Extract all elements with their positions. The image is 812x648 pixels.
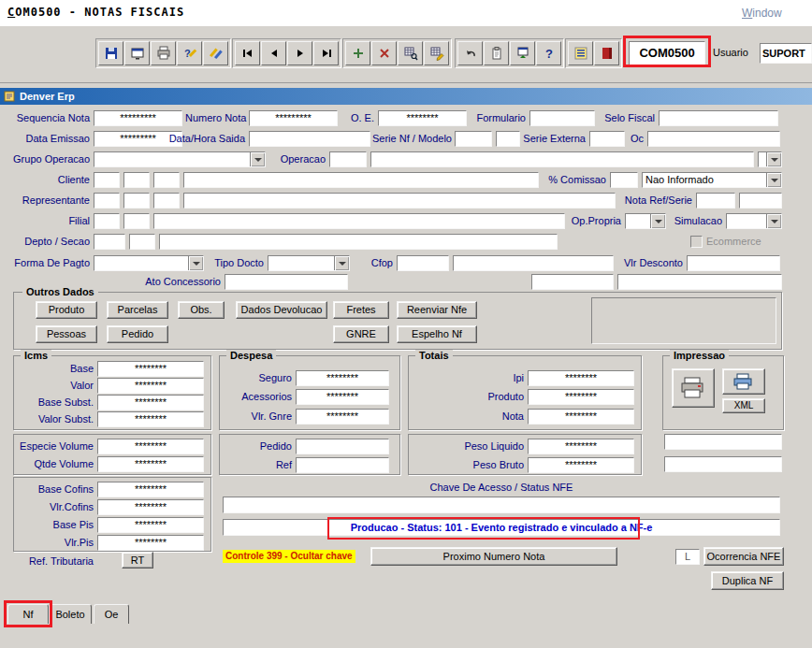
- serie-externa-field[interactable]: [589, 131, 625, 147]
- window-menu[interactable]: Window: [742, 7, 782, 20]
- usuario-field[interactable]: SUPORT: [760, 43, 812, 64]
- aux-field-1[interactable]: [531, 274, 614, 290]
- representante-code2-field[interactable]: [123, 193, 150, 209]
- secao-field[interactable]: [129, 234, 155, 250]
- add-record-button[interactable]: [345, 41, 370, 65]
- xml-label-button[interactable]: XML: [722, 398, 765, 413]
- tab-oe[interactable]: Oe: [94, 604, 129, 624]
- representante-code1-field[interactable]: [94, 193, 120, 209]
- parcelas-button[interactable]: Parcelas: [107, 301, 168, 319]
- impressao-field-2[interactable]: [664, 456, 782, 472]
- operacao-code-field[interactable]: [329, 151, 367, 167]
- chevron-down-icon[interactable]: [766, 173, 781, 187]
- base-pis-field[interactable]: ********: [97, 517, 204, 533]
- menu-button[interactable]: [568, 41, 593, 65]
- icms-valor-field[interactable]: ********: [97, 378, 204, 394]
- nota-ref-field[interactable]: [696, 193, 735, 209]
- icms-base-field[interactable]: ********: [97, 361, 204, 377]
- l-indicator-field[interactable]: L: [675, 549, 700, 565]
- icms-base-subst-field[interactable]: ********: [97, 395, 204, 410]
- total-produto-field[interactable]: ********: [528, 389, 634, 405]
- vlr-desconto-field[interactable]: [687, 255, 780, 271]
- ref-field[interactable]: [296, 457, 389, 473]
- produto-button[interactable]: Produto: [36, 301, 97, 319]
- imprimir-danfe-button[interactable]: [672, 368, 715, 408]
- obs-button[interactable]: Obs.: [178, 301, 225, 319]
- save-button[interactable]: [98, 41, 123, 65]
- modelo-field[interactable]: [496, 131, 520, 147]
- ipi-field[interactable]: ********: [528, 370, 634, 386]
- chevron-down-icon[interactable]: [188, 256, 203, 270]
- numero-nota-field[interactable]: *********: [249, 110, 338, 126]
- chevron-down-icon[interactable]: [334, 256, 349, 270]
- nota-ref-serie-field[interactable]: [739, 193, 782, 209]
- formulario-field[interactable]: [529, 110, 595, 126]
- ato-concessorio-field[interactable]: [225, 274, 348, 290]
- rt-button[interactable]: RT: [122, 552, 153, 569]
- sequencia-nota-field[interactable]: *********: [94, 110, 182, 126]
- seguro-field[interactable]: ********: [296, 370, 389, 386]
- filial-code1-field[interactable]: [94, 213, 120, 229]
- operacao-select[interactable]: [758, 151, 782, 167]
- imprimir-xml-button[interactable]: [722, 368, 765, 395]
- vlr-pis-field[interactable]: ********: [97, 535, 204, 551]
- tab-nf[interactable]: Nf: [7, 604, 49, 624]
- pedido-field[interactable]: [296, 439, 389, 454]
- cfop-code-field[interactable]: [397, 255, 449, 271]
- acessorios-field[interactable]: ********: [296, 389, 389, 405]
- qtde-volume-field[interactable]: ********: [97, 456, 204, 472]
- print-preview-button[interactable]: [124, 41, 150, 65]
- depto-secao-desc-field[interactable]: [159, 234, 558, 250]
- chevron-down-icon[interactable]: [766, 152, 781, 166]
- simulacao-select[interactable]: [726, 213, 782, 229]
- depto-field[interactable]: [94, 234, 125, 250]
- chave-acesso-field[interactable]: [223, 497, 780, 513]
- peso-bruto-field[interactable]: ********: [528, 457, 634, 473]
- open-form-button[interactable]: [510, 41, 535, 65]
- pedido-button[interactable]: Pedido: [107, 325, 168, 343]
- op-propria-select[interactable]: [625, 213, 666, 229]
- nav-last-button[interactable]: [313, 41, 339, 65]
- cliente-code3-field[interactable]: [153, 172, 180, 188]
- proximo-numero-nota-button[interactable]: Proximo Numero Nota: [370, 547, 617, 566]
- comissao-tipo-select[interactable]: Nao Informado: [642, 172, 782, 188]
- nav-prev-button[interactable]: [261, 41, 286, 65]
- espelho-nf-button[interactable]: Espelho Nf: [397, 325, 477, 343]
- cliente-nome-field[interactable]: [183, 172, 539, 188]
- ecommerce-checkbox[interactable]: [690, 236, 703, 248]
- serie-nf-field[interactable]: [455, 131, 492, 147]
- especie-volume-field[interactable]: ********: [97, 439, 204, 454]
- oc-field[interactable]: [647, 131, 780, 147]
- nav-next-button[interactable]: [287, 41, 312, 65]
- chevron-down-icon[interactable]: [766, 214, 781, 228]
- representante-nome-field[interactable]: [183, 193, 616, 209]
- fretes-button[interactable]: Fretes: [333, 301, 389, 319]
- filial-code2-field[interactable]: [123, 213, 150, 229]
- delete-record-button[interactable]: [371, 41, 397, 65]
- undo-button[interactable]: [457, 41, 483, 65]
- icms-valor-subst-field[interactable]: ********: [97, 411, 204, 427]
- form-code-display[interactable]: COM0500: [629, 41, 705, 65]
- ocorrencia-nfe-button[interactable]: Ocorrencia NFE: [703, 547, 784, 566]
- reenviar-nfe-button[interactable]: Reenviar Nfe: [397, 301, 477, 319]
- aux-field-2[interactable]: [617, 274, 782, 290]
- filial-nome-field[interactable]: [153, 213, 565, 229]
- oe-field[interactable]: ********: [378, 110, 467, 126]
- peso-liquido-field[interactable]: ********: [528, 439, 634, 454]
- cfop-desc-field[interactable]: [453, 255, 614, 271]
- cliente-code2-field[interactable]: [123, 172, 150, 188]
- gnre-button[interactable]: GNRE: [333, 325, 389, 343]
- chevron-down-icon[interactable]: [650, 214, 665, 228]
- vlr-cofins-field[interactable]: ********: [97, 499, 204, 515]
- exit-button[interactable]: [594, 41, 619, 65]
- representante-code3-field[interactable]: [153, 193, 180, 209]
- paste-button[interactable]: [484, 41, 509, 65]
- operacao-desc-field[interactable]: [370, 151, 754, 167]
- query-execute-button[interactable]: [424, 41, 449, 65]
- selo-fiscal-field[interactable]: [659, 110, 778, 126]
- chevron-down-icon[interactable]: [250, 152, 265, 166]
- tab-boleto[interactable]: Boleto: [49, 604, 92, 624]
- help-button[interactable]: ?: [536, 41, 561, 65]
- impressao-field-1[interactable]: [664, 434, 782, 450]
- help-edit-button[interactable]: ?: [177, 41, 202, 65]
